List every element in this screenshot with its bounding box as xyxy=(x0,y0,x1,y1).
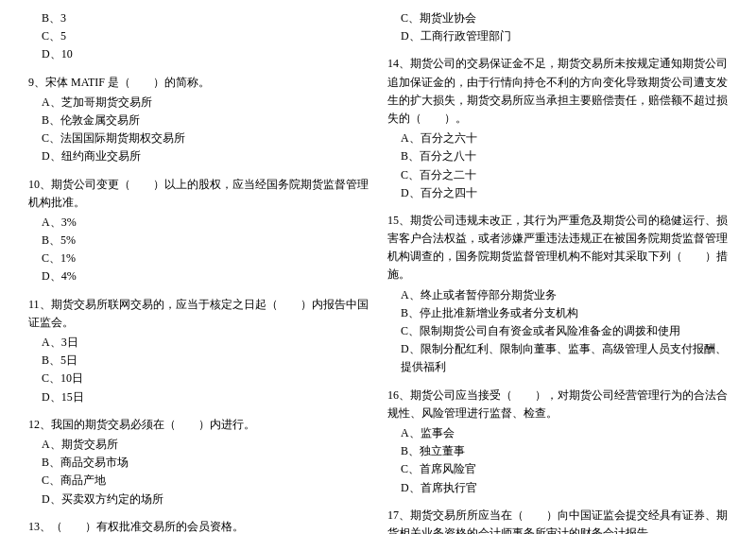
question-17: 17、期货交易所所应当在（ ）向中国证监会提交经具有证券、期货相关业务资格的会计… xyxy=(387,507,728,534)
question-9-option-d: D、纽约商业交易所 xyxy=(28,147,369,165)
question-16-option-b: B、独立董事 xyxy=(387,442,728,460)
question-12-option-b: B、商品交易市场 xyxy=(28,454,369,472)
question-15-option-a: A、终止或者暂停部分期货业务 xyxy=(387,286,728,304)
question-continuation-left: B、3 C、5 D、10 xyxy=(28,9,369,64)
question-14-text: 14、期货公司的交易保证金不足，期货交易所未按规定通知期货公司追加保证金的，由于… xyxy=(387,55,728,128)
question-11-option-b: B、5日 xyxy=(28,352,369,370)
question-9-text: 9、宋体 MATIF 是（ ）的简称。 xyxy=(28,74,369,92)
question-17-text: 17、期货交易所所应当在（ ）向中国证监会提交经具有证券、期货相关业务资格的会计… xyxy=(387,507,728,534)
question-13: 13、（ ）有权批准交易所的会员资格。 A、期货交易所 B、中国证监会 xyxy=(28,518,369,534)
question-9-option-b: B、伦敦金属交易所 xyxy=(28,112,369,129)
question-10-option-d: D、4% xyxy=(28,267,369,285)
question-16-option-c: C、首席风险官 xyxy=(387,460,728,478)
option-b3: B、3 xyxy=(28,9,369,27)
question-16-option-a: A、监事会 xyxy=(387,424,728,442)
question-15-option-c: C、限制期货公司自有资金或者风险准备金的调拨和使用 xyxy=(387,322,728,340)
question-16-option-d: D、首席执行官 xyxy=(387,479,728,497)
left-column: B、3 C、5 D、10 9、宋体 MATIF 是（ ）的简称。 A、芝加哥期货… xyxy=(28,9,369,534)
question-10-option-a: A、3% xyxy=(28,214,369,232)
question-14-option-c: C、百分之二十 xyxy=(387,166,728,184)
question-10-option-b: B、5% xyxy=(28,232,369,250)
question-9-option-a: A、芝加哥期货交易所 xyxy=(28,94,369,112)
option-c-futures-assoc: C、期货业协会 xyxy=(387,9,728,27)
question-14-option-a: A、百分之六十 xyxy=(387,129,728,147)
question-12-option-d: D、买卖双方约定的场所 xyxy=(28,491,369,508)
question-15-option-b: B、停止批准新增业务或者分支机构 xyxy=(387,304,728,322)
option-d10: D、10 xyxy=(28,45,369,63)
question-10-text: 10、期货公司变更（ ）以上的股权，应当经国务院期货监督管理机构批准。 xyxy=(28,176,369,212)
question-11-option-d: D、15日 xyxy=(28,388,369,406)
question-11: 11、期货交易所联网交易的，应当于核定之日起（ ）内报告中国证监会。 A、3日 … xyxy=(28,296,369,406)
question-11-text: 11、期货交易所联网交易的，应当于核定之日起（ ）内报告中国证监会。 xyxy=(28,296,369,332)
question-11-option-c: C、10日 xyxy=(28,370,369,388)
option-d-industrial-admin: D、工商行政管理部门 xyxy=(387,27,728,45)
question-13-text: 13、（ ）有权批准交易所的会员资格。 xyxy=(28,518,369,534)
question-12: 12、我国的期货交易必须在（ ）内进行。 A、期货交易所 B、商品交易市场 C、… xyxy=(28,416,369,508)
question-15-text: 15、期货公司违规未改正，其行为严重危及期货公司的稳健运行、损害客户合法权益，或… xyxy=(387,212,728,284)
question-9-option-c: C、法国国际期货期权交易所 xyxy=(28,129,369,147)
question-15: 15、期货公司违规未改正，其行为严重危及期货公司的稳健运行、损害客户合法权益，或… xyxy=(387,212,728,377)
question-12-option-c: C、商品产地 xyxy=(28,472,369,490)
question-11-option-a: A、3日 xyxy=(28,334,369,352)
question-12-text: 12、我国的期货交易必须在（ ）内进行。 xyxy=(28,416,369,434)
question-14: 14、期货公司的交易保证金不足，期货交易所未按规定通知期货公司追加保证金的，由于… xyxy=(387,55,728,202)
question-12-option-a: A、期货交易所 xyxy=(28,436,369,454)
question-16: 16、期货公司应当接受（ ），对期货公司经营管理行为的合法合规性、风险管理进行监… xyxy=(387,387,728,497)
question-14-option-b: B、百分之八十 xyxy=(387,147,728,165)
question-15-option-d: D、限制分配红利、限制向董事、监事、高级管理人员支付报酬、提供福利 xyxy=(387,340,728,376)
question-continuation-right: C、期货业协会 D、工商行政管理部门 xyxy=(387,9,728,45)
question-14-option-d: D、百分之四十 xyxy=(387,184,728,202)
question-16-text: 16、期货公司应当接受（ ），对期货公司经营管理行为的合法合规性、风险管理进行监… xyxy=(387,387,728,422)
question-10-option-c: C、1% xyxy=(28,250,369,267)
right-column: C、期货业协会 D、工商行政管理部门 14、期货公司的交易保证金不足，期货交易所… xyxy=(387,9,728,534)
question-10: 10、期货公司变更（ ）以上的股权，应当经国务院期货监督管理机构批准。 A、3%… xyxy=(28,176,369,286)
question-9: 9、宋体 MATIF 是（ ）的简称。 A、芝加哥期货交易所 B、伦敦金属交易所… xyxy=(28,74,369,166)
option-c5: C、5 xyxy=(28,27,369,45)
